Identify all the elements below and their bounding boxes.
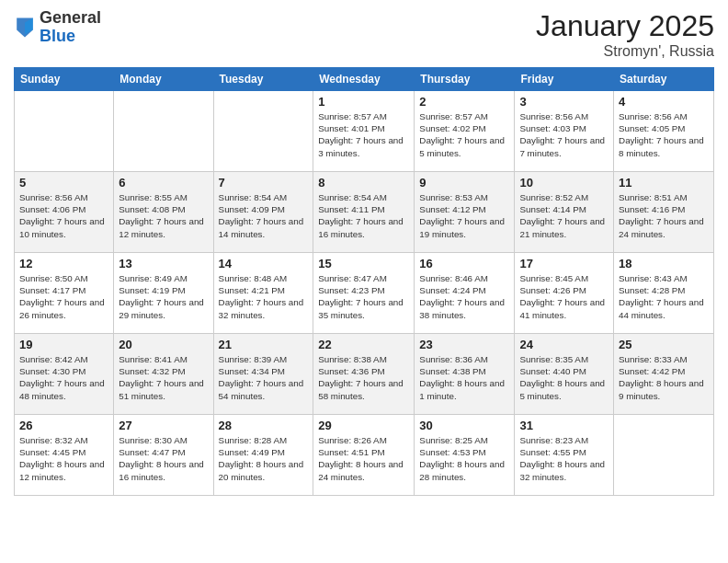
table-cell: 9Sunrise: 8:53 AM Sunset: 4:12 PM Daylig… [415,172,515,253]
day-number: 21 [219,338,309,351]
day-info: Sunrise: 8:30 AM Sunset: 4:47 PM Dayligh… [119,434,208,483]
day-number: 5 [19,176,108,190]
day-info: Sunrise: 8:51 AM Sunset: 4:16 PM Dayligh… [619,191,709,240]
table-cell [15,91,114,172]
calendar-header-row: Sunday Monday Tuesday Wednesday Thursday… [15,68,714,91]
day-info: Sunrise: 8:57 AM Sunset: 4:01 PM Dayligh… [318,110,409,159]
table-cell: 15Sunrise: 8:47 AM Sunset: 4:23 PM Dayli… [313,253,415,334]
day-info: Sunrise: 8:54 AM Sunset: 4:11 PM Dayligh… [318,191,409,240]
header-monday: Monday [114,68,213,91]
header-tuesday: Tuesday [213,68,313,91]
day-info: Sunrise: 8:46 AM Sunset: 4:24 PM Dayligh… [419,272,509,321]
logo-icon [14,15,36,40]
header-friday: Friday [515,68,614,91]
calendar-table: Sunday Monday Tuesday Wednesday Thursday… [14,67,714,496]
table-cell: 7Sunrise: 8:54 AM Sunset: 4:09 PM Daylig… [213,172,313,253]
table-cell: 27Sunrise: 8:30 AM Sunset: 4:47 PM Dayli… [114,415,213,496]
table-cell: 29Sunrise: 8:26 AM Sunset: 4:51 PM Dayli… [313,415,415,496]
day-number: 22 [318,338,409,351]
table-cell: 3Sunrise: 8:56 AM Sunset: 4:03 PM Daylig… [515,91,614,172]
day-number: 31 [519,419,609,432]
table-cell [213,91,313,172]
day-number: 26 [19,419,108,432]
day-number: 20 [119,338,208,351]
table-cell: 18Sunrise: 8:43 AM Sunset: 4:28 PM Dayli… [614,253,714,334]
day-info: Sunrise: 8:39 AM Sunset: 4:34 PM Dayligh… [219,353,309,402]
day-number: 1 [318,95,409,109]
table-cell: 20Sunrise: 8:41 AM Sunset: 4:32 PM Dayli… [114,334,213,415]
day-number: 25 [619,338,709,351]
table-cell: 6Sunrise: 8:55 AM Sunset: 4:08 PM Daylig… [114,172,213,253]
day-info: Sunrise: 8:33 AM Sunset: 4:42 PM Dayligh… [619,353,709,402]
day-info: Sunrise: 8:53 AM Sunset: 4:12 PM Dayligh… [419,191,509,240]
table-cell: 24Sunrise: 8:35 AM Sunset: 4:40 PM Dayli… [515,334,614,415]
header-thursday: Thursday [415,68,515,91]
day-number: 13 [119,257,208,270]
table-cell: 22Sunrise: 8:38 AM Sunset: 4:36 PM Dayli… [313,334,415,415]
page-container: General Blue January 2025 Stromyn', Russ… [0,0,728,563]
table-cell: 28Sunrise: 8:28 AM Sunset: 4:49 PM Dayli… [213,415,313,496]
day-info: Sunrise: 8:52 AM Sunset: 4:14 PM Dayligh… [519,191,609,240]
header-saturday: Saturday [614,68,714,91]
logo: General Blue [14,9,101,46]
day-number: 14 [219,257,309,270]
week-row-3: 12Sunrise: 8:50 AM Sunset: 4:17 PM Dayli… [15,253,714,334]
table-cell: 21Sunrise: 8:39 AM Sunset: 4:34 PM Dayli… [213,334,313,415]
location-subtitle: Stromyn', Russia [536,43,714,60]
table-cell [614,415,714,496]
day-number: 6 [119,176,208,190]
day-number: 17 [519,257,609,270]
day-info: Sunrise: 8:25 AM Sunset: 4:53 PM Dayligh… [419,434,509,483]
day-number: 3 [519,95,609,109]
table-cell: 2Sunrise: 8:57 AM Sunset: 4:02 PM Daylig… [415,91,515,172]
day-info: Sunrise: 8:42 AM Sunset: 4:30 PM Dayligh… [19,353,108,402]
day-info: Sunrise: 8:56 AM Sunset: 4:05 PM Dayligh… [619,110,709,159]
day-info: Sunrise: 8:32 AM Sunset: 4:45 PM Dayligh… [19,434,108,483]
day-number: 16 [419,257,509,270]
day-info: Sunrise: 8:35 AM Sunset: 4:40 PM Dayligh… [519,353,609,402]
table-cell: 12Sunrise: 8:50 AM Sunset: 4:17 PM Dayli… [15,253,114,334]
day-info: Sunrise: 8:50 AM Sunset: 4:17 PM Dayligh… [19,272,108,321]
day-info: Sunrise: 8:45 AM Sunset: 4:26 PM Dayligh… [519,272,609,321]
logo-general-text: General [40,8,101,27]
table-cell: 25Sunrise: 8:33 AM Sunset: 4:42 PM Dayli… [614,334,714,415]
table-cell: 1Sunrise: 8:57 AM Sunset: 4:01 PM Daylig… [313,91,415,172]
day-info: Sunrise: 8:38 AM Sunset: 4:36 PM Dayligh… [318,353,409,402]
day-number: 29 [318,419,409,432]
day-number: 7 [219,176,309,190]
day-info: Sunrise: 8:49 AM Sunset: 4:19 PM Dayligh… [119,272,208,321]
day-number: 28 [219,419,309,432]
day-number: 9 [419,176,509,190]
day-info: Sunrise: 8:28 AM Sunset: 4:49 PM Dayligh… [219,434,309,483]
day-number: 11 [619,176,709,190]
logo-blue-text: Blue [40,27,75,45]
day-info: Sunrise: 8:56 AM Sunset: 4:03 PM Dayligh… [519,110,609,159]
week-row-4: 19Sunrise: 8:42 AM Sunset: 4:30 PM Dayli… [15,334,714,415]
table-cell: 17Sunrise: 8:45 AM Sunset: 4:26 PM Dayli… [515,253,614,334]
day-number: 30 [419,419,509,432]
day-number: 19 [19,338,108,351]
table-cell: 26Sunrise: 8:32 AM Sunset: 4:45 PM Dayli… [15,415,114,496]
day-info: Sunrise: 8:23 AM Sunset: 4:55 PM Dayligh… [519,434,609,483]
day-number: 2 [419,95,509,109]
table-cell [114,91,213,172]
header-sunday: Sunday [15,68,114,91]
day-number: 12 [19,257,108,270]
day-info: Sunrise: 8:41 AM Sunset: 4:32 PM Dayligh… [119,353,208,402]
week-row-2: 5Sunrise: 8:56 AM Sunset: 4:06 PM Daylig… [15,172,714,253]
day-info: Sunrise: 8:55 AM Sunset: 4:08 PM Dayligh… [119,191,208,240]
table-cell: 4Sunrise: 8:56 AM Sunset: 4:05 PM Daylig… [614,91,714,172]
day-number: 23 [419,338,509,351]
day-info: Sunrise: 8:43 AM Sunset: 4:28 PM Dayligh… [619,272,709,321]
table-cell: 31Sunrise: 8:23 AM Sunset: 4:55 PM Dayli… [515,415,614,496]
table-cell: 23Sunrise: 8:36 AM Sunset: 4:38 PM Dayli… [415,334,515,415]
day-info: Sunrise: 8:47 AM Sunset: 4:23 PM Dayligh… [318,272,409,321]
table-cell: 8Sunrise: 8:54 AM Sunset: 4:11 PM Daylig… [313,172,415,253]
day-number: 24 [519,338,609,351]
day-number: 8 [318,176,409,190]
day-number: 27 [119,419,208,432]
day-info: Sunrise: 8:48 AM Sunset: 4:21 PM Dayligh… [219,272,309,321]
day-info: Sunrise: 8:36 AM Sunset: 4:38 PM Dayligh… [419,353,509,402]
day-info: Sunrise: 8:57 AM Sunset: 4:02 PM Dayligh… [419,110,509,159]
table-cell: 19Sunrise: 8:42 AM Sunset: 4:30 PM Dayli… [15,334,114,415]
